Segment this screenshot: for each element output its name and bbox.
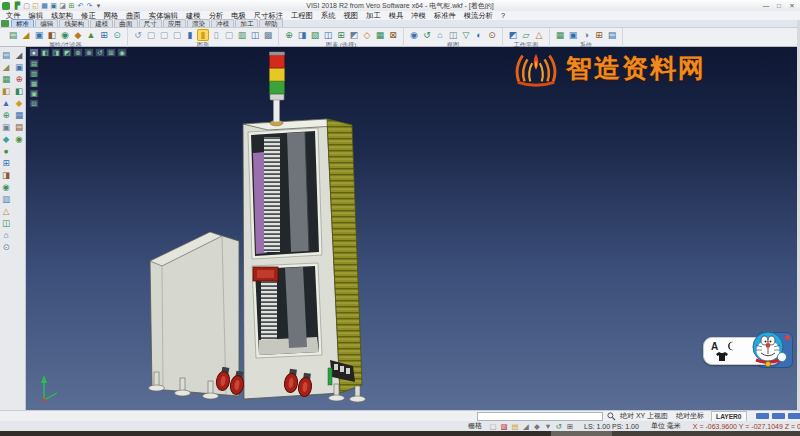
toolbar-icon-1-10[interactable]: ▩ <box>262 29 274 41</box>
ribbon-tab-0[interactable]: 标准 <box>11 19 34 27</box>
ribbon-tab-7[interactable]: 渲染 <box>187 19 210 27</box>
ribbon-tab-3[interactable]: 建模 <box>90 19 113 27</box>
quick-access-icon-2[interactable]: ◱ <box>31 1 40 10</box>
left-tool-icon-col2-4[interactable]: ◆ <box>14 98 25 109</box>
coordinate-mode-label[interactable]: 绝对坐标 <box>672 411 708 421</box>
toolbar-icon-4-0[interactable]: ◩ <box>507 29 519 41</box>
left-tool-icon-col1-16[interactable]: ⊙ <box>1 242 12 253</box>
toolbar-icon-2-6[interactable]: ◇ <box>361 29 373 41</box>
ribbon-tab-10[interactable]: 帮助 <box>259 19 282 27</box>
toolbar-icon-5-1[interactable]: ▣ <box>567 29 579 41</box>
toolbar-icon-5-2[interactable]: ◑ <box>580 29 592 41</box>
shirt-icon[interactable] <box>716 352 728 361</box>
toolbar-icon-0-2[interactable]: ▣ <box>33 29 45 41</box>
left-tool-icon-col1-14[interactable]: ◫ <box>1 218 12 229</box>
ribbon-tab-1[interactable]: 编辑 <box>35 19 58 27</box>
search-icon[interactable] <box>607 412 616 421</box>
view-button-side-0[interactable]: ▤ <box>29 59 39 68</box>
view-button-side-3[interactable]: ▣ <box>29 89 39 98</box>
view-button-side-2[interactable]: ▦ <box>29 79 39 88</box>
left-tool-icon-col1-4[interactable]: ▲ <box>1 98 12 109</box>
view-button-top-2[interactable]: ◨ <box>51 48 61 57</box>
view-button-top-8[interactable]: ◉ <box>117 48 127 57</box>
ribbon-tab-9[interactable]: 加工 <box>235 19 258 27</box>
left-tool-icon-col2-0[interactable]: ◢ <box>14 50 25 61</box>
toolbar-icon-3-3[interactable]: ◫ <box>447 29 459 41</box>
left-tool-icon-col1-12[interactable]: ▥ <box>1 194 12 205</box>
toolbar-icon-2-4[interactable]: ⊞ <box>335 29 347 41</box>
moon-icon[interactable] <box>726 341 736 351</box>
menu-item-15[interactable]: 模具 <box>385 11 408 21</box>
toolbar-icon-1-1[interactable]: ▢ <box>145 29 157 41</box>
toolbar-icon-1-4[interactable]: ▮ <box>184 29 196 41</box>
quick-access-icon-1[interactable]: ▢ <box>22 1 31 10</box>
toolbar-icon-3-6[interactable]: ⊙ <box>486 29 498 41</box>
active-layer-button[interactable]: LAYER0 <box>711 411 746 422</box>
quick-access-icon-5[interactable]: ◪ <box>58 1 67 10</box>
toolbar-icon-0-1[interactable]: ◢ <box>20 29 32 41</box>
view-button-top-5[interactable]: ⊗ <box>84 48 94 57</box>
toolbar-icon-2-3[interactable]: ◫ <box>322 29 334 41</box>
toolbar-icon-4-1[interactable]: ▱ <box>520 29 532 41</box>
toolbar-icon-1-6[interactable]: ▯ <box>210 29 222 41</box>
snap-icon-0[interactable]: ▢ <box>488 422 498 431</box>
minimize-button[interactable]: — <box>760 1 772 10</box>
ime-toolbar[interactable]: A <box>696 327 797 375</box>
snap-icon-2[interactable]: ▤ <box>510 422 520 431</box>
view-button-top-0[interactable]: ● <box>29 48 39 57</box>
left-tool-icon-col1-11[interactable]: ◉ <box>1 182 12 193</box>
toolbar-icon-4-2[interactable]: △ <box>533 29 545 41</box>
taskbar-segment[interactable] <box>551 431 612 436</box>
toolbar-icon-1-0[interactable]: ↺ <box>132 29 144 41</box>
left-tool-icon-col2-6[interactable]: ▤ <box>14 122 25 133</box>
toolbar-icon-1-8[interactable]: ▥ <box>236 29 248 41</box>
left-tool-icon-col2-3[interactable]: ◧ <box>14 86 25 97</box>
left-tool-icon-col1-8[interactable]: ● <box>1 146 12 157</box>
view-button-top-1[interactable]: ◧ <box>40 48 50 57</box>
left-tool-icon-col1-7[interactable]: ◆ <box>1 134 12 145</box>
view-button-top-3[interactable]: ◩ <box>62 48 72 57</box>
view-button-top-7[interactable]: ⊞ <box>106 48 116 57</box>
toolbar-icon-2-8[interactable]: ⊠ <box>387 29 399 41</box>
toolbar-icon-5-0[interactable]: ▦ <box>554 29 566 41</box>
quick-access-icon-7[interactable]: ↶ <box>76 1 85 10</box>
ribbon-tab-2[interactable]: 线架构 <box>59 19 89 27</box>
snap-icon-7[interactable]: ⊞ <box>565 422 575 431</box>
menu-item-16[interactable]: 冲模 <box>407 11 430 21</box>
left-tool-icon-col1-1[interactable]: ◢ <box>1 62 12 73</box>
left-tool-icon-col1-15[interactable]: ⌂ <box>1 230 12 241</box>
ribbon-lead-icon[interactable] <box>1 20 9 27</box>
toolbar-icon-3-2[interactable]: ⌂ <box>434 29 446 41</box>
left-tool-icon-col1-2[interactable]: ▦ <box>1 74 12 85</box>
ribbon-tab-8[interactable]: 冲模 <box>211 19 234 27</box>
left-tool-icon-col2-5[interactable]: ▦ <box>14 110 25 121</box>
toolbar-icon-3-5[interactable]: ◐ <box>473 29 485 41</box>
view-button-top-4[interactable]: ⊕ <box>73 48 83 57</box>
menu-item-12[interactable]: 系统 <box>317 11 340 21</box>
left-tool-icon-col1-10[interactable]: ◨ <box>1 170 12 181</box>
toolbar-icon-0-6[interactable]: ▲ <box>85 29 97 41</box>
command-input[interactable] <box>477 412 603 421</box>
ime-mode-letter[interactable]: A <box>711 341 718 352</box>
left-tool-icon-col2-1[interactable]: ▣ <box>14 62 25 73</box>
workplane-view-label[interactable]: 绝对 XY 上视图 <box>616 411 672 421</box>
menu-item-13[interactable]: 视图 <box>340 11 363 21</box>
snap-icon-4[interactable]: ◆ <box>532 422 542 431</box>
toolbar-icon-0-3[interactable]: ◧ <box>46 29 58 41</box>
snap-icon-1[interactable]: ▨ <box>499 422 509 431</box>
toolbar-icon-5-4[interactable]: ▤ <box>606 29 618 41</box>
left-tool-icon-col1-3[interactable]: ◧ <box>1 86 12 97</box>
toolbar-icon-0-7[interactable]: ⊞ <box>98 29 110 41</box>
menu-item-19[interactable]: ? <box>497 11 509 20</box>
menu-item-14[interactable]: 加工 <box>362 11 385 21</box>
quick-access-icon-8[interactable]: ↷ <box>85 1 94 10</box>
menu-item-17[interactable]: 标准件 <box>430 11 460 21</box>
close-button[interactable]: ✕ <box>786 1 798 10</box>
toolbar-icon-0-5[interactable]: ◆ <box>72 29 84 41</box>
toolbar-icon-1-7[interactable]: ▢ <box>223 29 235 41</box>
toolbar-icon-1-3[interactable]: ▢ <box>171 29 183 41</box>
menu-item-18[interactable]: 模流分析 <box>460 11 497 21</box>
ribbon-tab-4[interactable]: 曲面 <box>114 19 137 27</box>
quick-access-icon-9[interactable]: ▾ <box>94 1 103 10</box>
ribbon-tab-6[interactable]: 应用 <box>163 19 186 27</box>
